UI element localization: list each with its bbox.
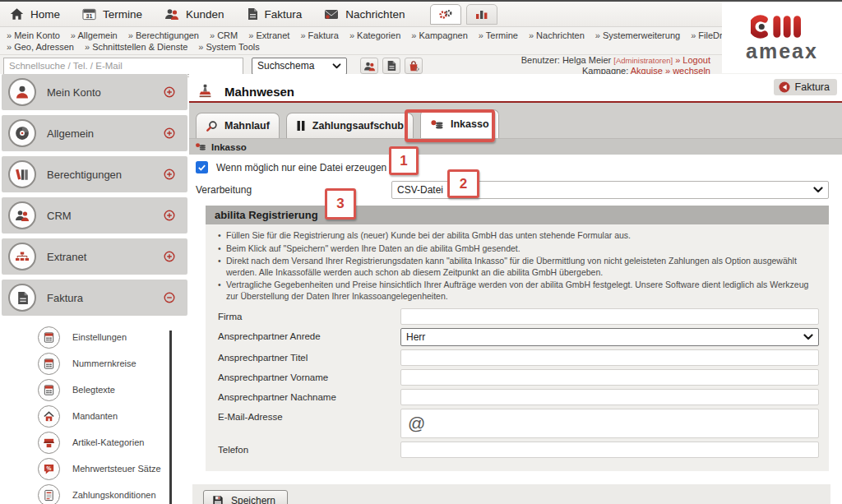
chevron-down-icon xyxy=(813,187,823,193)
tab-inkasso[interactable]: Inkasso xyxy=(420,109,499,138)
single-file-checkbox[interactable] xyxy=(196,161,208,173)
bar-chart-icon xyxy=(475,8,488,20)
logo: ameax xyxy=(722,2,842,73)
crumb-kampagnen[interactable]: Kampagnen xyxy=(411,30,468,40)
bullet-item: Füllen Sie für die Registrierung als (ne… xyxy=(218,230,819,242)
sidebar-subitem-belegtexte[interactable]: Belegtexte xyxy=(0,377,187,403)
crumb-extranet[interactable]: Extranet xyxy=(248,30,289,40)
sidebar-subitem-einstellungen[interactable]: Einstellungen xyxy=(0,324,187,350)
sidebar-item-faktura[interactable]: Faktura xyxy=(2,280,187,316)
sub-label: Einstellungen xyxy=(72,332,127,342)
gears-icon xyxy=(438,8,453,20)
form-row-firma: Firma xyxy=(218,308,819,325)
abilita-info-bullets: Füllen Sie für die Registrierung als (ne… xyxy=(218,230,819,303)
sidebar-item-allgemein[interactable]: Allgemein xyxy=(2,115,187,151)
logo-mark-icon xyxy=(751,14,813,39)
breadcrumb-row-2: Geo, AdressenSchnittstellen & DiensteSys… xyxy=(7,41,835,53)
nav-kunden[interactable]: Kunden xyxy=(164,7,224,21)
sidebar-subitem-mandanten[interactable]: Mandanten xyxy=(0,403,187,429)
nav-buttons xyxy=(430,4,497,25)
sidebar-item-extranet[interactable]: Extranet xyxy=(2,238,187,275)
sidebar-subitem-nummernkreise[interactable]: Nummernkreise xyxy=(0,350,187,377)
crumb-allgemein[interactable]: Allgemein xyxy=(71,30,118,40)
pause-icon xyxy=(296,120,306,132)
crumb-geo-adressen[interactable]: Geo, Adressen xyxy=(7,42,74,52)
processing-select[interactable]: CSV-Datei xyxy=(391,181,829,199)
document-icon xyxy=(386,60,396,72)
crumb-system-tools[interactable]: System Tools xyxy=(198,42,259,52)
coins-icon xyxy=(430,119,444,130)
back-to-faktura-button[interactable]: Faktura xyxy=(774,79,837,95)
users-icon xyxy=(164,7,179,21)
user-line: Benutzer: Helga Meier [Administratoren] … xyxy=(521,55,710,66)
sidebar-subitem-artikel-kategorien[interactable]: Artikel-Kategorien xyxy=(0,429,187,455)
sidebar: Mein Konto Allgemein Berechtigungen CRM … xyxy=(0,74,187,504)
save-button[interactable]: Speichern xyxy=(203,490,288,504)
sub-label: Nummernkreise xyxy=(72,358,136,368)
person-icon xyxy=(8,78,36,106)
crumb-kategorien[interactable]: Kategorien xyxy=(349,30,400,40)
coins-icon xyxy=(195,142,206,151)
nav-termine-label: Termine xyxy=(103,8,142,21)
search-products-button[interactable] xyxy=(405,58,423,74)
tab-zahlungsaufschub[interactable]: Zahlungsaufschub xyxy=(286,113,414,138)
crumb-berechtigungen[interactable]: Berechtigungen xyxy=(128,30,199,40)
page-title-row: Mahnwesen xyxy=(189,74,842,101)
processing-label: Verarbeitung xyxy=(196,184,391,196)
crumb-faktura[interactable]: Faktura xyxy=(300,30,338,40)
settings-button[interactable] xyxy=(430,4,461,25)
nav-faktura-label: Faktura xyxy=(265,8,303,21)
search-input[interactable] xyxy=(3,58,243,75)
telefon-label: Telefon xyxy=(218,442,400,458)
sidebar-item-berechtigungen[interactable]: Berechtigungen xyxy=(2,156,187,192)
anrede-select-value: Herr xyxy=(406,331,425,343)
nachname-input[interactable] xyxy=(400,389,819,405)
crumb-systemerweiterung[interactable]: Systemerweiterung xyxy=(595,30,680,40)
magnifier-icon xyxy=(206,120,218,132)
user-name: Helga Meier xyxy=(562,55,611,65)
crumb-schnittstellen[interactable]: Schnittstellen & Dienste xyxy=(85,42,187,52)
crumb-nachrichten[interactable]: Nachrichten xyxy=(529,30,585,40)
crumb-crm[interactable]: CRM xyxy=(210,30,238,40)
calculator-icon xyxy=(38,379,60,401)
anrede-select[interactable]: Herr xyxy=(400,328,819,346)
nachname-label: Ansprechpartner Nachname xyxy=(218,389,400,405)
search-contacts-button[interactable] xyxy=(360,58,378,74)
tab-label: Zahlungsaufschub xyxy=(312,120,404,132)
stats-button[interactable] xyxy=(466,4,497,25)
crumb-termine[interactable]: Termine xyxy=(479,30,518,40)
search-documents-button[interactable] xyxy=(382,58,400,74)
tab-mahnlauf[interactable]: Mahnlauf xyxy=(196,113,280,138)
logout-link[interactable]: » Logout xyxy=(675,55,710,65)
schema-select[interactable]: Suchschema xyxy=(252,58,347,75)
form-row-vorname: Ansprechpartner Vorname xyxy=(218,369,819,386)
collapse-minus-icon xyxy=(164,292,175,303)
nav-faktura[interactable]: Faktura xyxy=(247,7,303,21)
nav-home[interactable]: Home xyxy=(10,7,60,21)
shop-icon xyxy=(38,432,60,454)
section-header-label: Inkasso xyxy=(211,142,247,152)
stamp-icon xyxy=(197,84,213,99)
titel-input[interactable] xyxy=(400,349,819,366)
sidebar-subitem-zahlungskonditionen[interactable]: Zahlungskonditionen xyxy=(0,482,187,504)
sidebar-item-mein-konto[interactable]: Mein Konto xyxy=(2,74,187,110)
crumb-mein-konto[interactable]: Mein Konto xyxy=(7,30,60,40)
abilita-registration-form: Firma Ansprechpartner Anrede Herr Anspre… xyxy=(218,308,819,458)
anrede-label: Ansprechpartner Anrede xyxy=(218,328,400,346)
vorname-input[interactable] xyxy=(400,369,819,386)
nav-termine[interactable]: 31 Termine xyxy=(82,7,142,21)
sidebar-label: Mein Konto xyxy=(47,86,101,99)
sidebar-subitem-mehrwertsteuer[interactable]: % Mehrwertsteuer Sätze xyxy=(0,455,187,482)
form-row-email: E-Mail-Adresse @ xyxy=(218,409,819,438)
titel-label: Ansprechpartner Titel xyxy=(218,349,400,366)
sub-label: Zahlungskonditionen xyxy=(72,490,156,500)
nav-nachrichten[interactable]: Nachrichten xyxy=(324,8,405,21)
payment-doc-icon xyxy=(38,484,60,504)
main-nav: Home 31 Termine Kunden Faktura Nachricht… xyxy=(0,2,842,27)
telefon-input[interactable] xyxy=(400,442,819,458)
section-header-inkasso: Inkasso xyxy=(189,139,842,155)
processing-row: Verarbeitung CSV-Datei xyxy=(196,181,842,199)
sidebar-item-crm[interactable]: CRM xyxy=(2,197,187,234)
firma-input[interactable] xyxy=(400,308,819,325)
email-field[interactable]: @ xyxy=(400,409,819,438)
